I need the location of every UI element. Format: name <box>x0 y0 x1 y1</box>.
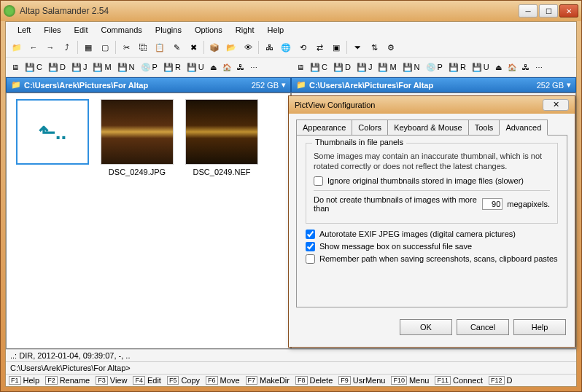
fkey-f1[interactable]: F1Help <box>9 376 44 385</box>
eject-icon[interactable]: ⏏ <box>207 59 220 75</box>
msgbox-checkbox[interactable]: Show message box on successful file save <box>306 242 558 251</box>
drive-m[interactable]: 💾M <box>90 59 114 75</box>
options-icon[interactable]: ⚙ <box>383 39 399 55</box>
fkey-f5[interactable]: F5Copy <box>167 376 204 385</box>
drive-j[interactable]: 💾J <box>69 59 90 75</box>
drive-n-r[interactable]: 💾N <box>400 59 423 75</box>
drive-p[interactable]: 💿P <box>138 59 160 75</box>
menu-options[interactable]: Options <box>189 23 228 36</box>
forward-icon[interactable]: → <box>42 39 58 55</box>
network-icon[interactable]: 🖧 <box>261 39 277 55</box>
remember-path-checkbox[interactable]: Remember path when saving screenshots, s… <box>306 254 558 264</box>
fkey-f8[interactable]: F8Delete <box>295 376 337 385</box>
eject-icon-r[interactable]: ⏏ <box>492 59 505 75</box>
sync-icon[interactable]: ⟲ <box>295 39 311 55</box>
compare-icon[interactable]: ⇄ <box>311 39 327 55</box>
delete-icon[interactable]: ✖ <box>185 39 201 55</box>
ftp-icon[interactable]: 🌐 <box>278 39 294 55</box>
folder-icon: 📁 <box>11 80 21 90</box>
right-path-bar[interactable]: 📁 C:\Users\Arek\Pictures\For Altap 252 G… <box>291 77 576 93</box>
tab-colors[interactable]: Colors <box>352 119 388 135</box>
left-panel[interactable]: ⬑.. DSC_0249.JPG DSC_0249.NEF <box>6 93 291 349</box>
fkey-f12[interactable]: F12D <box>489 376 516 385</box>
autorotate-checkbox[interactable]: Autorotate EXIF JPEG images (digital cam… <box>306 230 558 239</box>
command-line[interactable]: C:\Users\Arek\Pictures\For Altap> <box>6 361 576 374</box>
extract-icon[interactable]: 📂 <box>223 39 239 55</box>
menu-right[interactable]: Right <box>230 23 260 36</box>
drive-right-root-icon[interactable]: 🖥 <box>294 59 307 75</box>
fkey-f4[interactable]: F4Edit <box>133 376 165 385</box>
list-item[interactable]: ⬑.. <box>12 99 93 168</box>
ok-button[interactable]: OK <box>400 319 452 335</box>
menu-commands[interactable]: Commands <box>96 23 148 36</box>
filter-icon[interactable]: ⏷ <box>349 39 365 55</box>
drive-u[interactable]: 💾U <box>184 59 207 75</box>
drive-m-r[interactable]: 💾M <box>375 59 399 75</box>
menu-edit[interactable]: Edit <box>69 23 94 36</box>
paste-icon[interactable]: 📋 <box>152 39 168 55</box>
right-free-space: 252 GB <box>537 81 564 90</box>
tab-advanced[interactable]: Advanced <box>499 119 548 136</box>
home-icon-r[interactable]: 🏠 <box>505 59 519 75</box>
cut-icon[interactable]: ✂ <box>118 39 134 55</box>
home-icon[interactable]: 🏠 <box>220 59 234 75</box>
view-icon[interactable]: 👁 <box>240 39 256 55</box>
fkey-f2[interactable]: F2Rename <box>45 376 94 385</box>
window-title: Altap Salamander 2.54 <box>20 6 519 16</box>
tab-keyboard-mouse[interactable]: Keyboard & Mouse <box>387 119 469 135</box>
close-button[interactable]: ✕ <box>559 4 578 17</box>
file-name: DSC_0249.JPG <box>109 168 166 176</box>
fkey-f3[interactable]: F3View <box>96 376 131 385</box>
deselect-icon[interactable]: ▢ <box>97 39 113 55</box>
drive-d-r[interactable]: 💾D <box>330 59 354 75</box>
menu-left[interactable]: Left <box>12 23 36 36</box>
menu-plugins[interactable]: Plugins <box>150 23 187 36</box>
minimize-button[interactable]: ─ <box>519 4 538 17</box>
terminal-icon[interactable]: ▣ <box>328 39 344 55</box>
cancel-button[interactable]: Cancel <box>457 319 509 335</box>
fkey-f7[interactable]: F7MakeDir <box>246 376 294 385</box>
drive-r-r[interactable]: 💾R <box>446 59 469 75</box>
folder-icon[interactable]: 📁 <box>9 39 25 55</box>
rename-icon[interactable]: ✎ <box>168 39 185 55</box>
drive-d[interactable]: 💾D <box>45 59 69 75</box>
net-drive-icon[interactable]: 🖧 <box>234 59 247 75</box>
tab-appearance[interactable]: Appearance <box>296 119 352 135</box>
select-icon[interactable]: ▦ <box>80 39 96 55</box>
back-icon[interactable]: ← <box>26 39 42 55</box>
left-free-space: 252 GB <box>252 81 279 90</box>
left-path-bar[interactable]: 📁 C:\Users\Arek\Pictures\For Altap 252 G… <box>6 77 291 93</box>
drive-u-r[interactable]: 💾U <box>469 59 492 75</box>
menu-files[interactable]: Files <box>38 23 66 36</box>
menu-help[interactable]: Help <box>262 23 290 36</box>
drive-r[interactable]: 💾R <box>160 59 184 75</box>
copy-icon[interactable]: ⿻ <box>135 39 151 55</box>
compress-icon[interactable]: 📦 <box>206 39 222 55</box>
more-drive-icon-r[interactable]: ⋯ <box>532 59 546 75</box>
drive-j-r[interactable]: 💾J <box>354 59 376 75</box>
help-button[interactable]: Help <box>513 319 566 335</box>
updir-icon: ⬑.. <box>39 120 67 144</box>
net-drive-icon-r[interactable]: 🖧 <box>519 59 532 75</box>
tab-tools[interactable]: Tools <box>468 119 500 135</box>
chevron-down-icon[interactable]: ▾ <box>282 80 286 90</box>
drive-c-r[interactable]: 💾C <box>307 59 330 75</box>
ignore-thumbnails-checkbox[interactable]: Ignore original thumbnails stored in ima… <box>314 176 550 186</box>
fkey-f11[interactable]: F11Connect <box>435 376 487 385</box>
chevron-down-icon[interactable]: ▾ <box>567 80 571 90</box>
sort-icon[interactable]: ⇅ <box>366 39 382 55</box>
more-drive-icon[interactable]: ⋯ <box>247 59 260 75</box>
up-icon[interactable]: ⤴ <box>59 39 75 55</box>
fkey-f10[interactable]: F10Menu <box>391 376 433 385</box>
megapixel-input[interactable] <box>482 198 503 210</box>
fkey-f6[interactable]: F6Move <box>206 376 244 385</box>
fkey-f9[interactable]: F9UsrMenu <box>338 376 389 385</box>
dialog-close-button[interactable]: ✕ <box>543 99 569 111</box>
drive-p-r[interactable]: 💿P <box>423 59 446 75</box>
list-item[interactable]: DSC_0249.NEF <box>182 99 262 176</box>
list-item[interactable]: DSC_0249.JPG <box>97 99 177 176</box>
drive-left-root-icon[interactable]: 🖥 <box>9 59 22 75</box>
drive-c[interactable]: 💾C <box>22 59 45 75</box>
maximize-button[interactable]: ☐ <box>539 4 558 17</box>
drive-n[interactable]: 💾N <box>115 59 138 75</box>
